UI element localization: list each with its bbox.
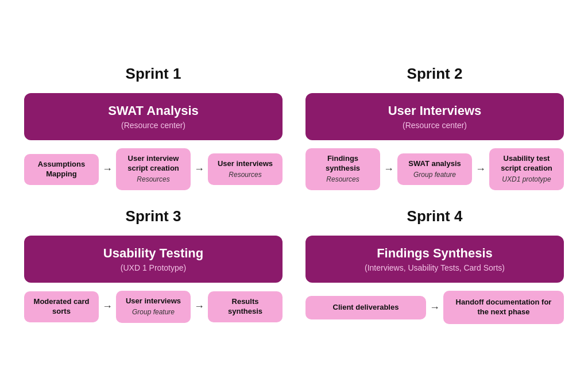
sprint-3-main-card: Usability Testing (UXD 1 Prototype) <box>24 236 283 283</box>
sprint-3-items-row: Moderated card sorts → User interviews G… <box>24 291 283 322</box>
sprint-4-items-row: Client deliverables → Handoff documentat… <box>305 291 564 324</box>
sprint-2-main-sub: (Resource center) <box>317 121 552 130</box>
sprint-1-items-row: Assumptions Mapping → User interview scr… <box>24 148 283 190</box>
sprint-1-section: Sprint 1 SWAT Analysis (Resource center)… <box>24 65 283 190</box>
sprint-2-main-card: User Interviews (Resource center) <box>305 93 564 140</box>
sprint-2-title: Sprint 2 <box>305 65 564 83</box>
sprint-1-arrow-0: → <box>99 163 116 175</box>
sprint-1-title: Sprint 1 <box>24 65 283 83</box>
sprint-2-arrow-0: → <box>380 163 397 175</box>
sprint-3-header-row: Usability Testing (UXD 1 Prototype) <box>24 236 283 283</box>
sprint-4-main-sub: (Interviews, Usability Tests, Card Sorts… <box>317 263 552 272</box>
sprint-grid: Sprint 1 SWAT Analysis (Resource center)… <box>24 65 564 324</box>
sprint-2-item-2: Usability test script creation UXD1 prot… <box>489 148 564 190</box>
sprint-1-main-title: SWAT Analysis <box>36 103 271 118</box>
sprint-4-item-0: Client deliverables <box>305 296 426 319</box>
sprint-3-arrow-1: → <box>191 301 208 313</box>
sprint-2-items-row: Findings synthesis Resources → SWAT anal… <box>305 148 564 190</box>
sprint-2-main-title: User Interviews <box>317 103 552 118</box>
sprint-1-item-2: User interviews Resources <box>208 153 283 185</box>
sprint-2-item-0: Findings synthesis Resources <box>305 148 380 190</box>
sprint-4-item-1: Handoff documentation for the next phase <box>443 291 564 324</box>
sprint-2-item-1: SWAT analysis Group feature <box>397 153 472 185</box>
sprint-2-section: Sprint 2 User Interviews (Resource cente… <box>305 65 564 190</box>
sprint-1-main-card: SWAT Analysis (Resource center) <box>24 93 283 140</box>
sprint-3-main-sub: (UXD 1 Prototype) <box>36 263 271 272</box>
sprint-1-item-0: Assumptions Mapping <box>24 154 99 185</box>
sprint-2-arrow-1: → <box>472 163 489 175</box>
sprint-2-header-row: User Interviews (Resource center) <box>305 93 564 140</box>
sprint-4-main-card: Findings Synthesis (Interviews, Usabilit… <box>305 236 564 283</box>
sprint-3-item-2: Results synthesis <box>208 291 283 322</box>
sprint-1-item-1: User interview script creation Resources <box>116 148 191 190</box>
sprint-3-section: Sprint 3 Usability Testing (UXD 1 Protot… <box>24 207 283 324</box>
sprint-4-main-title: Findings Synthesis <box>317 246 552 261</box>
sprint-1-arrow-1: → <box>191 163 208 175</box>
sprint-3-main-title: Usability Testing <box>36 246 271 261</box>
sprint-3-arrow-0: → <box>99 301 116 313</box>
sprint-3-title: Sprint 3 <box>24 207 283 225</box>
sprint-4-title: Sprint 4 <box>305 207 564 225</box>
sprint-3-item-0: Moderated card sorts <box>24 291 99 322</box>
sprint-1-header-row: SWAT Analysis (Resource center) <box>24 93 283 140</box>
sprint-4-section: Sprint 4 Findings Synthesis (Interviews,… <box>305 207 564 324</box>
page-container: Sprint 1 SWAT Analysis (Resource center)… <box>18 53 570 336</box>
sprint-4-arrow-0: → <box>426 302 443 314</box>
sprint-1-main-sub: (Resource center) <box>36 121 271 130</box>
sprint-4-header-row: Findings Synthesis (Interviews, Usabilit… <box>305 236 564 283</box>
sprint-3-item-1: User interviews Group feature <box>116 291 191 322</box>
